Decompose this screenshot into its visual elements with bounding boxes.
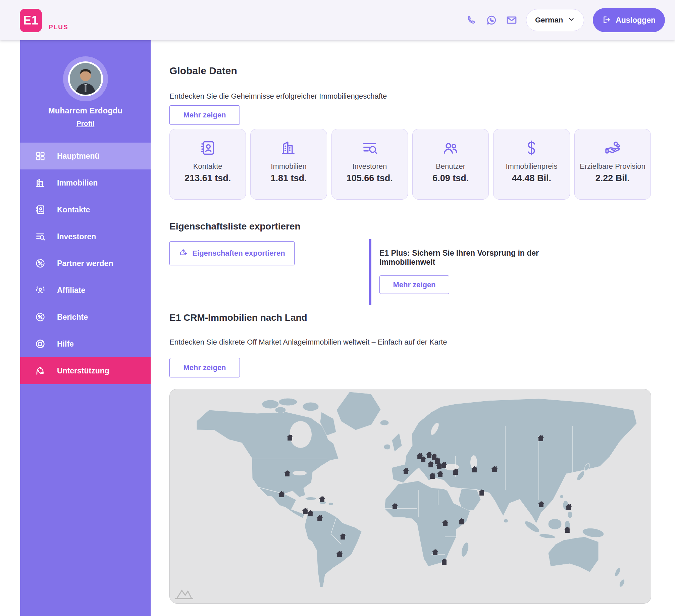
whatsapp-icon[interactable]: [486, 14, 497, 26]
language-selector[interactable]: German: [526, 9, 584, 31]
main-content: Globale Daten Entdecken Sie die Geheimni…: [151, 40, 675, 616]
sidebar-item-label: Immobilien: [57, 178, 98, 188]
sidebar-item-berichte[interactable]: Berichte: [20, 304, 151, 330]
sidebar-item-investoren[interactable]: Investoren: [20, 223, 151, 250]
stat-card-immobilien[interactable]: Immobilien 1.81 tsd.: [250, 129, 327, 200]
language-value: German: [535, 16, 563, 24]
logout-label: Ausloggen: [616, 16, 656, 25]
sidebar-item-label: Berichte: [57, 313, 88, 322]
sidebar-item-label: Hilfe: [57, 340, 74, 349]
sidebar-item-hauptmenu[interactable]: Hauptmenü: [20, 143, 151, 169]
stat-card-provision[interactable]: Erzielbare Provision 2.22 Bil.: [574, 129, 651, 200]
profile-block: Muharrem Erdogdu Profil: [20, 40, 151, 143]
logout-icon: [602, 15, 611, 25]
hand-coins-icon: [604, 139, 621, 157]
map-section-subtitle: Entdecken Sie diskrete Off Market Anlage…: [169, 338, 651, 347]
stat-value: 6.09 tsd.: [432, 173, 469, 184]
sidebar-item-kontakte[interactable]: Kontakte: [20, 196, 151, 223]
profile-link[interactable]: Profil: [20, 119, 151, 127]
stats-row: Kontakte 213.61 tsd. Immobilien 1.81 tsd…: [169, 129, 651, 200]
stat-label: Benutzer: [433, 162, 468, 171]
map-more-button[interactable]: Mehr zeigen: [169, 358, 240, 377]
quote-block: E1 Plus: Sichern Sie Ihren Vorsprung in …: [369, 239, 570, 305]
sidebar-item-unterstutzung[interactable]: Unterstützung: [20, 357, 151, 384]
stat-value: 105.66 tsd.: [347, 173, 393, 184]
people-icon: [34, 284, 46, 296]
stat-value: 44.48 Bil.: [512, 173, 551, 184]
logout-button[interactable]: Ausloggen: [593, 8, 665, 32]
stat-label: Kontakte: [191, 162, 225, 171]
percent-badge-icon: [34, 257, 46, 269]
avatar[interactable]: [68, 61, 103, 96]
user-name: Muharrem Erdogdu: [20, 106, 151, 115]
export-section-title: Eigenschaftsliste exportieren: [169, 221, 651, 232]
building-icon: [280, 139, 297, 157]
stat-card-immobilienpreis[interactable]: Immobilienpreis 44.48 Bil.: [493, 129, 570, 200]
world-map[interactable]: [169, 389, 651, 604]
stat-label: Immobilienpreis: [503, 162, 560, 171]
sidebar-item-label: Investoren: [57, 232, 96, 241]
logo-text: E1: [23, 13, 39, 28]
left-gutter: [0, 40, 20, 616]
export-row: Eigenschaften exportieren E1 Plus: Siche…: [169, 241, 651, 312]
stat-value: 213.61 tsd.: [185, 173, 231, 184]
global-more-button[interactable]: Mehr zeigen: [169, 105, 240, 125]
sidebar-item-partner-werden[interactable]: Partner werden: [20, 250, 151, 277]
sidebar-item-affiliate[interactable]: Affiliate: [20, 277, 151, 304]
sidebar-item-hilfe[interactable]: Hilfe: [20, 330, 151, 357]
sidebar-item-label: Unterstützung: [57, 366, 109, 375]
percent-badge-icon: [34, 311, 46, 323]
dollar-icon: [523, 139, 540, 157]
avatar-halo: [63, 56, 108, 101]
list-search-icon: [361, 139, 378, 157]
map-section-title: E1 CRM-Immobilien nach Land: [169, 312, 651, 323]
stat-value: 1.81 tsd.: [270, 173, 307, 184]
stat-label: Investoren: [350, 162, 390, 171]
stat-label: Immobilien: [268, 162, 309, 171]
list-search-icon: [34, 230, 46, 243]
contact-book-icon: [34, 204, 46, 216]
page: E1 PLUS German: [0, 0, 675, 616]
global-section-title: Globale Daten: [169, 65, 651, 76]
sidebar-item-label: Hauptmenü: [57, 152, 100, 161]
stat-value: 2.22 Bil.: [595, 173, 630, 184]
topbar-controls: German Ausloggen: [466, 0, 665, 40]
sidebar-item-label: Partner werden: [57, 259, 113, 268]
sidebar-item-immobilien[interactable]: Immobilien: [20, 169, 151, 196]
top-bar: E1 PLUS German: [0, 0, 675, 40]
global-section-subtitle: Entdecken Sie die Geheimnisse erfolgreic…: [169, 92, 651, 101]
phone-icon[interactable]: [466, 14, 477, 26]
users-icon: [442, 139, 459, 157]
stat-card-benutzer[interactable]: Benutzer 6.09 tsd.: [412, 129, 489, 200]
chevron-down-icon: [568, 16, 575, 24]
export-more-button[interactable]: Mehr zeigen: [379, 275, 449, 294]
sidebar-menu: Hauptmenü Immobilien: [20, 143, 151, 384]
export-button-label: Eigenschaften exportieren: [192, 249, 285, 258]
lifebuoy-icon: [34, 338, 46, 350]
stat-card-kontakte[interactable]: Kontakte 213.61 tsd.: [169, 129, 246, 200]
sidebar-item-label: Affiliate: [57, 286, 85, 295]
mail-icon[interactable]: [506, 14, 517, 26]
stat-card-investoren[interactable]: Investoren 105.66 tsd.: [331, 129, 408, 200]
quote-text: E1 Plus: Sichern Sie Ihren Vorsprung in …: [379, 249, 570, 267]
export-properties-button[interactable]: Eigenschaften exportieren: [169, 241, 295, 265]
support-agent-icon: [34, 365, 46, 377]
logo-plus-badge: PLUS: [49, 23, 68, 31]
stat-label: Erzielbare Provision: [577, 162, 648, 171]
export-icon: [179, 248, 188, 259]
contact-book-icon: [199, 139, 216, 157]
sidebar-item-label: Kontakte: [57, 205, 90, 214]
grid-icon: [34, 150, 46, 162]
sidebar: Muharrem Erdogdu Profil Hauptmenü: [20, 40, 151, 616]
e1-logo[interactable]: E1: [20, 9, 42, 32]
building-icon: [34, 177, 46, 189]
